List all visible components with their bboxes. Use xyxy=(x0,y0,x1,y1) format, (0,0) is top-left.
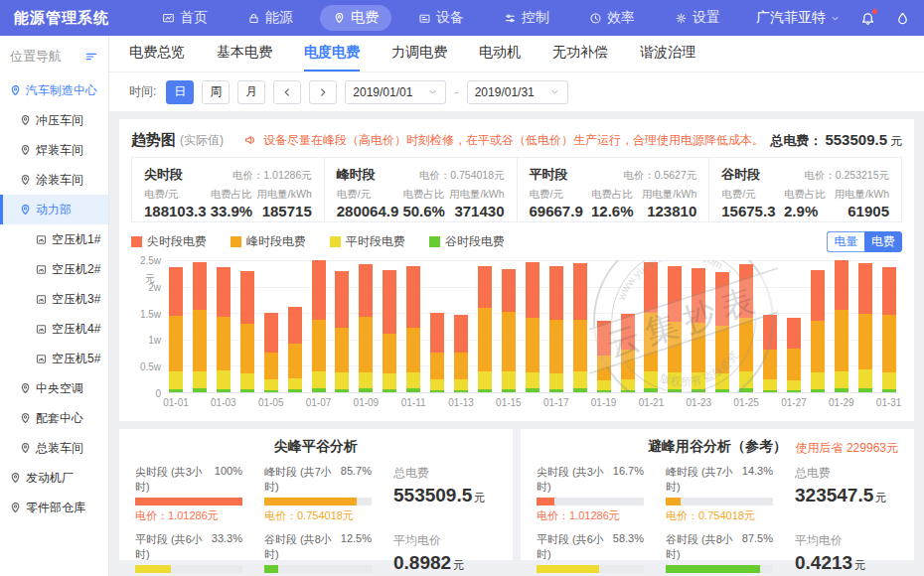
x-tick: 01-21 xyxy=(634,397,668,408)
x-tick: 01-09 xyxy=(349,397,383,408)
tab-2[interactable]: 基本电费 xyxy=(217,36,272,72)
tree-item[interactable]: 空压机5# xyxy=(0,344,108,373)
tab-5[interactable]: 电动机 xyxy=(479,36,521,72)
meter-price: 电价：1.01286元 xyxy=(135,508,242,523)
lock-icon xyxy=(247,12,260,25)
tree-item[interactable]: 空压机3# xyxy=(0,284,108,314)
nav-item-5[interactable]: 控制 xyxy=(491,5,562,31)
stat-value: 323547.5 xyxy=(795,485,873,505)
next-period-button[interactable] xyxy=(309,80,337,104)
meter-icon xyxy=(35,233,48,246)
tab-4[interactable]: 力调电费 xyxy=(391,36,447,72)
theme-drop-button[interactable] xyxy=(895,11,910,26)
period-stat: 电费/元188103.3 xyxy=(144,188,207,219)
nav-item-label: 设置 xyxy=(693,9,720,27)
tree-item[interactable]: 空压机1# xyxy=(0,224,108,254)
tree-item[interactable]: 焊装车间 xyxy=(0,135,108,165)
meter-price: 电价：1.01286元 xyxy=(537,508,644,523)
mode-button-3[interactable]: 月 xyxy=(237,80,265,104)
bar-01-09 xyxy=(359,264,373,392)
tree-item[interactable]: 冲压车间 xyxy=(0,105,108,135)
analysis-left-title: 尖峰平谷分析 xyxy=(274,438,358,454)
tab-6[interactable]: 无功补偿 xyxy=(552,36,608,72)
tree-item[interactable]: 空压机2# xyxy=(0,254,108,284)
mode-button-1[interactable]: 日 xyxy=(166,80,194,104)
period-stat: 用电量/kWh371430 xyxy=(449,188,504,219)
tree-item[interactable]: 动力部 xyxy=(0,195,108,224)
stat-unit: 元 xyxy=(453,559,464,571)
location-pin-icon xyxy=(9,84,22,97)
nav-item-3[interactable]: 电费 xyxy=(320,5,391,31)
navbar-right: 广汽菲亚特 xyxy=(756,9,910,27)
tree-item-label: 冲压车间 xyxy=(36,112,83,129)
tree-item[interactable]: 空压机4# xyxy=(0,314,108,344)
location-pin-icon xyxy=(9,472,22,485)
bar-01-12 xyxy=(430,313,444,392)
tree-item[interactable]: 零件部仓库 xyxy=(0,493,108,522)
nav-item-label: 控制 xyxy=(522,9,549,27)
legend-color-chip xyxy=(231,236,241,247)
tree-item[interactable]: 总装车间 xyxy=(0,433,108,463)
analysis-stat: 总电费553509.5元 xyxy=(393,465,497,523)
toggle-option-2[interactable]: 电费 xyxy=(864,231,902,252)
period-card: 尖时段电价：1.01286元电费/元188103.3电费占比33.9%用电量/k… xyxy=(132,158,324,221)
tab-3[interactable]: 电度电费 xyxy=(304,36,360,72)
tree-item[interactable]: 中央空调 xyxy=(0,373,108,403)
bar-01-06 xyxy=(288,307,302,392)
y-tick: 2.5w xyxy=(140,255,161,266)
meter-track xyxy=(666,565,773,573)
x-tick: 01-17 xyxy=(539,397,573,408)
tab-1[interactable]: 电费总览 xyxy=(129,36,185,72)
pin-icon xyxy=(333,12,346,25)
notifications-button[interactable] xyxy=(860,11,875,26)
company-dropdown[interactable]: 广汽菲亚特 xyxy=(756,9,841,27)
tree-item[interactable]: 配套中心 xyxy=(0,403,108,433)
meter-track xyxy=(537,565,644,573)
legend-item[interactable]: 谷时段电费 xyxy=(429,233,505,250)
meter-percent: 12.5% xyxy=(341,532,372,562)
control-icon xyxy=(504,12,517,25)
period-stat: 用电量/kWh61905 xyxy=(835,188,889,219)
sidebar-title: 位置导航 xyxy=(10,48,62,66)
main-nav: 首页能源电费设备控制效率设置 xyxy=(149,5,733,31)
legend-item[interactable]: 平时段电费 xyxy=(330,233,405,250)
nav-item-1[interactable]: 首页 xyxy=(149,5,221,31)
tree-item[interactable]: 汽车制造中心 xyxy=(0,75,108,105)
nav-item-label: 首页 xyxy=(180,9,208,27)
bar-01-30 xyxy=(858,263,872,392)
meter-icon xyxy=(35,293,48,306)
tab-7[interactable]: 谐波治理 xyxy=(640,36,695,72)
chevron-right-icon xyxy=(316,85,330,99)
notification-dot xyxy=(872,9,877,14)
nav-item-6[interactable]: 效率 xyxy=(576,5,648,31)
tree-item[interactable]: 涂装车间 xyxy=(0,165,108,195)
meter-fill xyxy=(666,498,681,505)
nav-item-4[interactable]: 设备 xyxy=(405,5,477,31)
legend-item[interactable]: 尖时段电费 xyxy=(131,233,207,250)
meter-percent: 33.3% xyxy=(212,532,242,562)
legend-item[interactable]: 峰时段电费 xyxy=(231,233,306,250)
filter-icon[interactable] xyxy=(84,50,98,64)
nav-item-2[interactable]: 能源 xyxy=(234,5,306,31)
x-tick: 01-01 xyxy=(159,397,193,408)
energy-saving-notice: 设备尽量在峰段（高电价）时刻检修，在平或谷（低电价）生产运行，合理使用电源降低成… xyxy=(263,132,770,149)
start-date-picker[interactable]: 2019/01/01 xyxy=(345,80,446,104)
bar-01-14 xyxy=(478,266,492,392)
meter-percent: 85.7% xyxy=(341,465,372,495)
period-name: 谷时段 xyxy=(721,166,760,184)
meter-fill xyxy=(135,498,242,505)
mode-button-2[interactable]: 周 xyxy=(202,80,230,104)
company-name: 广汽菲亚特 xyxy=(756,9,826,27)
tree-item-label: 总装车间 xyxy=(36,440,83,457)
meter-icon xyxy=(35,353,48,365)
prev-period-button[interactable] xyxy=(273,80,301,104)
nav-item-7[interactable]: 设置 xyxy=(662,5,733,31)
analysis-stat: 平均电价0.4213元 xyxy=(795,532,898,576)
period-stat: 电费/元69667.9 xyxy=(530,188,583,219)
toggle-option-1[interactable]: 电量 xyxy=(827,231,864,252)
end-date-picker[interactable]: 2019/01/31 xyxy=(467,80,568,104)
tree-item[interactable]: 发动机厂 xyxy=(0,463,108,493)
stat-unit: 元 xyxy=(854,559,865,571)
period-price: 电价：1.01286元 xyxy=(232,169,312,183)
stat-value: 0.8982 xyxy=(393,552,451,573)
